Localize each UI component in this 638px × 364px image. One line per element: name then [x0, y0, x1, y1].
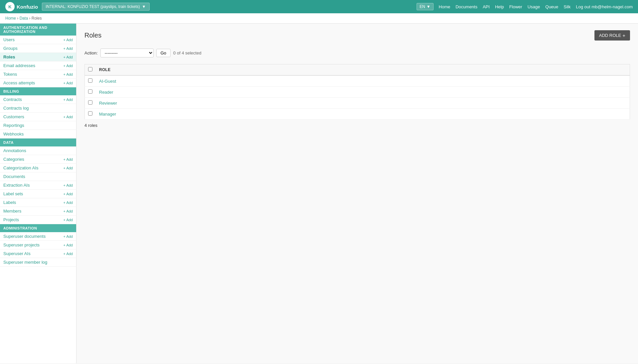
sidebar-superuser-ais-add[interactable]: + Add — [64, 252, 73, 256]
sidebar-item-extraction-ais[interactable]: Extraction AIs + Add — [0, 181, 76, 190]
lang-label: EN — [420, 4, 425, 9]
sidebar-item-categorization-ais[interactable]: Categorization AIs + Add — [0, 164, 76, 172]
table-row: Manager — [85, 109, 630, 120]
sidebar-categories-add[interactable]: + Add — [64, 157, 73, 161]
sidebar-customers-label[interactable]: Customers — [3, 114, 24, 119]
sidebar-item-superuser-ais[interactable]: Superuser AIs + Add — [0, 249, 76, 258]
sidebar-superuser-documents-label[interactable]: Superuser documents — [3, 234, 46, 239]
sidebar-access-attempts-add[interactable]: + Add — [64, 81, 73, 85]
home-link[interactable]: Home — [439, 4, 450, 9]
sidebar-item-customers[interactable]: Customers + Add — [0, 113, 76, 121]
go-button[interactable]: Go — [156, 49, 171, 57]
role-link-ai-guest[interactable]: AI-Guest — [99, 79, 116, 84]
api-link[interactable]: API — [483, 4, 490, 9]
sidebar-tokens-label[interactable]: Tokens — [3, 72, 17, 77]
role-link-manager[interactable]: Manager — [99, 112, 116, 117]
sidebar-label-sets-add[interactable]: + Add — [64, 192, 73, 196]
sidebar-item-roles[interactable]: Roles + Add — [0, 53, 76, 61]
sidebar-categorization-ais-label[interactable]: Categorization AIs — [3, 165, 39, 170]
breadcrumb-sep-2: › — [29, 16, 31, 21]
logo-link[interactable]: K Konfuzio — [5, 2, 38, 11]
sidebar-item-users[interactable]: Users + Add — [0, 36, 76, 44]
select-all-checkbox[interactable] — [88, 67, 92, 71]
queue-link[interactable]: Queue — [545, 4, 558, 9]
sidebar-item-superuser-projects[interactable]: Superuser projects + Add — [0, 241, 76, 249]
breadcrumb-data[interactable]: Data — [20, 16, 28, 21]
sidebar-categories-label[interactable]: Categories — [3, 157, 24, 162]
sidebar-annotations-label[interactable]: Annotations — [3, 148, 26, 153]
sidebar-item-documents[interactable]: Documents — [0, 172, 76, 181]
add-role-button[interactable]: ADD ROLE + — [594, 30, 630, 41]
usage-link[interactable]: Usage — [528, 4, 540, 9]
sidebar-email-addresses-label[interactable]: Email addresses — [3, 63, 35, 68]
breadcrumb-home[interactable]: Home — [5, 16, 16, 21]
sidebar-roles-add[interactable]: + Add — [64, 55, 73, 59]
role-link-reader[interactable]: Reader — [99, 90, 113, 95]
sidebar-item-access-attempts[interactable]: Access attempts + Add — [0, 79, 76, 87]
row-checkbox-2[interactable] — [88, 89, 92, 94]
sidebar-documents-label[interactable]: Documents — [3, 174, 25, 179]
row-checkbox-1[interactable] — [88, 78, 92, 83]
sidebar-item-superuser-documents[interactable]: Superuser documents + Add — [0, 232, 76, 241]
row-checkbox-3[interactable] — [88, 100, 92, 105]
sidebar-members-add[interactable]: + Add — [64, 209, 73, 213]
env-dropdown[interactable]: INTERNAL: KONFUZIO TEST (payslips, train… — [42, 3, 150, 11]
sidebar-item-reportings[interactable]: Reportings — [0, 121, 76, 130]
sidebar-extraction-ais-add[interactable]: + Add — [64, 183, 73, 187]
sidebar-projects-add[interactable]: + Add — [64, 218, 73, 222]
lang-arrow-icon: ▼ — [427, 4, 431, 9]
sidebar-webhooks-label[interactable]: Webhooks — [3, 132, 24, 136]
sidebar-superuser-projects-add[interactable]: + Add — [64, 243, 73, 247]
flower-link[interactable]: Flower — [509, 4, 522, 9]
sidebar-label-sets-label[interactable]: Label sets — [3, 191, 23, 196]
sidebar-superuser-projects-label[interactable]: Superuser projects — [3, 242, 40, 247]
sidebar-labels-label[interactable]: Labels — [3, 200, 16, 205]
sidebar-item-groups[interactable]: Groups + Add — [0, 44, 76, 53]
sidebar-roles-label[interactable]: Roles — [3, 54, 15, 59]
sidebar-item-email-addresses[interactable]: Email addresses + Add — [0, 61, 76, 70]
sidebar-access-attempts-label[interactable]: Access attempts — [3, 80, 35, 85]
sidebar-item-projects[interactable]: Projects + Add — [0, 216, 76, 224]
silk-link[interactable]: Silk — [564, 4, 571, 9]
sidebar-item-label-sets[interactable]: Label sets + Add — [0, 190, 76, 198]
sidebar-item-tokens[interactable]: Tokens + Add — [0, 70, 76, 79]
add-role-label: ADD ROLE — [599, 33, 621, 38]
sidebar-members-label[interactable]: Members — [3, 209, 21, 214]
sidebar-users-label[interactable]: Users — [3, 37, 15, 42]
sidebar-labels-add[interactable]: + Add — [64, 201, 73, 205]
documents-link[interactable]: Documents — [455, 4, 477, 9]
sidebar-item-labels[interactable]: Labels + Add — [0, 198, 76, 207]
sidebar-item-categories[interactable]: Categories + Add — [0, 155, 76, 164]
sidebar-superuser-ais-label[interactable]: Superuser AIs — [3, 251, 31, 256]
sidebar-item-members[interactable]: Members + Add — [0, 207, 76, 216]
action-select[interactable]: --------- Delete selected roles — [100, 48, 154, 57]
table-row: AI-Guest — [85, 75, 630, 87]
sidebar-item-webhooks[interactable]: Webhooks — [0, 130, 76, 138]
sidebar-extraction-ais-label[interactable]: Extraction AIs — [3, 183, 30, 188]
sidebar-section-data: DATA — [0, 138, 76, 146]
sidebar-projects-label[interactable]: Projects — [3, 217, 19, 222]
help-link[interactable]: Help — [495, 4, 504, 9]
sidebar-categorization-ais-add[interactable]: + Add — [64, 166, 73, 170]
sidebar-contracts-label[interactable]: Contracts — [3, 97, 22, 102]
sidebar-reportings-label[interactable]: Reportings — [3, 123, 24, 128]
sidebar-groups-label[interactable]: Groups — [3, 46, 18, 51]
sidebar-item-contracts[interactable]: Contracts + Add — [0, 95, 76, 104]
sidebar-item-contracts-log[interactable]: Contracts log — [0, 104, 76, 113]
sidebar-superuser-documents-add[interactable]: + Add — [64, 234, 73, 238]
sidebar-item-superuser-member-log[interactable]: Superuser member log — [0, 258, 76, 267]
sidebar-item-annotations[interactable]: Annotations — [0, 146, 76, 155]
row-checkbox-4[interactable] — [88, 111, 92, 116]
sidebar-tokens-add[interactable]: + Add — [64, 72, 73, 76]
sidebar-customers-add[interactable]: + Add — [64, 115, 73, 119]
sidebar-superuser-member-log-label[interactable]: Superuser member log — [3, 260, 47, 265]
sidebar-email-addresses-add[interactable]: + Add — [64, 64, 73, 68]
breadcrumb-current: Roles — [32, 16, 42, 21]
logout-link[interactable]: Log out mb@helm-nagel.com — [576, 4, 633, 9]
sidebar-users-add[interactable]: + Add — [64, 38, 73, 42]
lang-button[interactable]: EN ▼ — [417, 3, 434, 10]
role-link-reviewer[interactable]: Reviewer — [99, 101, 117, 106]
sidebar-contracts-add[interactable]: + Add — [64, 98, 73, 102]
sidebar-groups-add[interactable]: + Add — [64, 46, 73, 50]
sidebar-contracts-log-label[interactable]: Contracts log — [3, 106, 29, 111]
